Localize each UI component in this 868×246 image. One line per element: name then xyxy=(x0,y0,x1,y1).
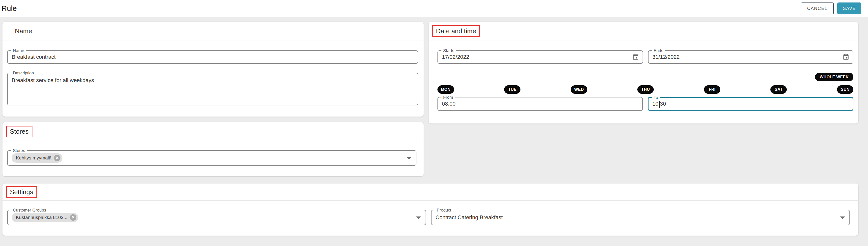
stores-annotation-box: Stores xyxy=(6,126,32,137)
chevron-down-icon[interactable] xyxy=(406,157,411,160)
calendar-icon[interactable] xyxy=(632,54,639,61)
description-field[interactable]: Description Breakfast service for all we… xyxy=(7,73,418,105)
text-caret xyxy=(659,101,660,108)
day-pill-sat[interactable]: SAT xyxy=(770,85,787,94)
product-select-value: Contract Catering Breakfast xyxy=(435,214,503,221)
stores-chip-label: Kehitys myymälä xyxy=(16,155,52,161)
stores-card-header: Stores xyxy=(2,122,424,141)
day-pill-fri[interactable]: FRI xyxy=(704,85,720,94)
settings-section-title: Settings xyxy=(10,188,33,196)
stores-select[interactable]: Stores Kehitys myymälä ✕ xyxy=(7,150,416,166)
starts-field[interactable]: Starts xyxy=(437,50,643,64)
starts-input[interactable] xyxy=(442,54,639,60)
from-field[interactable]: From xyxy=(437,97,643,111)
to-field-label: To xyxy=(652,95,660,100)
weekday-pills-row: MON TUE WED THU FRI SAT SUN xyxy=(437,85,854,94)
top-bar: Rule CANCEL SAVE xyxy=(0,0,868,17)
stores-section-title: Stores xyxy=(10,128,29,135)
settings-card: Settings Customer Groups Kustannuspaikka… xyxy=(2,184,858,236)
name-section-title: Name xyxy=(15,27,32,35)
from-input[interactable] xyxy=(442,101,639,107)
chevron-down-icon[interactable] xyxy=(416,217,421,219)
content-area: Name Name Description Breakfast service … xyxy=(0,17,868,236)
customer-groups-chip: Kustannuspaikka 8102... ✕ xyxy=(12,213,78,222)
save-button[interactable]: SAVE xyxy=(837,2,861,15)
name-card-header: Name xyxy=(2,22,424,40)
stores-chip: Kehitys myymälä ✕ xyxy=(12,153,62,163)
calendar-icon[interactable] xyxy=(842,54,849,61)
to-input[interactable] xyxy=(652,101,849,107)
description-input[interactable]: Breakfast service for all weekdays xyxy=(12,77,414,105)
name-field-label: Name xyxy=(11,48,26,53)
name-field[interactable]: Name xyxy=(7,50,418,64)
ends-field-label: Ends xyxy=(652,48,665,53)
datetime-card-header: Date and time xyxy=(429,22,858,40)
customer-groups-select[interactable]: Customer Groups Kustannuspaikka 8102... … xyxy=(7,210,426,225)
product-select-label: Product xyxy=(435,208,453,213)
datetime-section-title: Date and time xyxy=(436,27,476,35)
datetime-card: Date and time Starts Ends xyxy=(429,22,858,124)
description-field-label: Description xyxy=(11,71,36,76)
stores-select-label: Stores xyxy=(11,148,27,153)
ends-input[interactable] xyxy=(652,54,849,60)
close-icon[interactable]: ✕ xyxy=(54,155,60,161)
page-title: Rule xyxy=(1,4,17,12)
close-icon[interactable]: ✕ xyxy=(70,214,76,221)
name-input[interactable] xyxy=(12,54,414,60)
to-field[interactable]: To xyxy=(648,97,854,111)
whole-week-pill[interactable]: WHOLE WEEK xyxy=(815,73,854,81)
day-pill-sun[interactable]: SUN xyxy=(837,85,854,94)
day-pill-wed[interactable]: WED xyxy=(571,85,587,94)
topbar-actions: CANCEL SAVE xyxy=(801,2,861,15)
starts-field-label: Starts xyxy=(441,48,456,53)
day-pill-mon[interactable]: MON xyxy=(437,85,454,94)
ends-field[interactable]: Ends xyxy=(648,50,854,64)
name-card: Name Name Description Breakfast service … xyxy=(2,22,424,116)
customer-groups-label: Customer Groups xyxy=(11,208,48,213)
cancel-button[interactable]: CANCEL xyxy=(801,2,834,15)
chevron-down-icon[interactable] xyxy=(840,217,845,219)
stores-card: Stores Stores Kehitys myymälä ✕ xyxy=(2,122,424,176)
settings-annotation-box: Settings xyxy=(6,186,37,198)
datetime-annotation-box: Date and time xyxy=(432,25,480,37)
product-select[interactable]: Product Contract Catering Breakfast xyxy=(431,210,850,225)
customer-groups-chip-label: Kustannuspaikka 8102... xyxy=(16,215,67,220)
from-field-label: From xyxy=(441,95,455,100)
day-pill-tue[interactable]: TUE xyxy=(504,85,521,94)
settings-card-header: Settings xyxy=(2,184,858,201)
day-pill-thu[interactable]: THU xyxy=(638,85,654,94)
